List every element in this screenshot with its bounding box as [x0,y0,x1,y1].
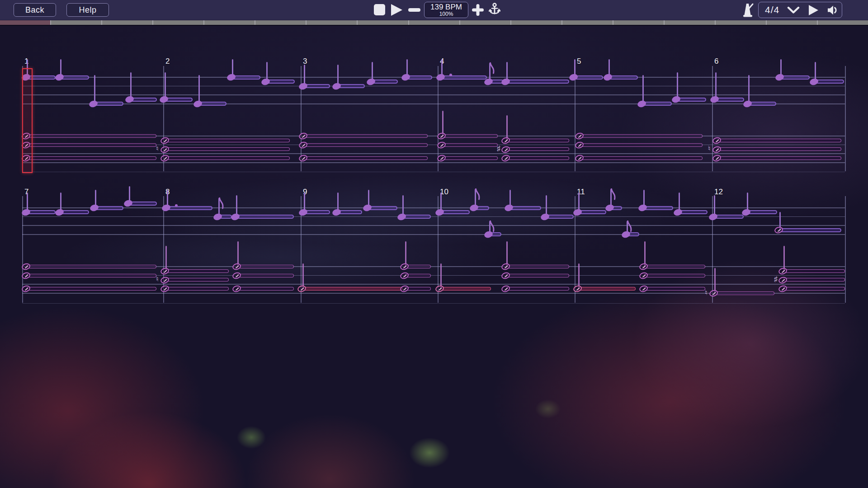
note-bar[interactable] [506,139,569,142]
note-head[interactable] [193,100,203,108]
note-bar[interactable] [440,287,491,291]
timeline-segment[interactable] [818,20,868,25]
note-head[interactable] [231,271,241,279]
note-bar[interactable] [237,287,294,291]
timeline-segment[interactable] [51,20,102,25]
note-head[interactable] [572,208,582,216]
note-bar[interactable] [644,287,705,291]
note-head[interactable] [712,136,722,145]
note-head[interactable] [572,285,582,293]
preview-play-button[interactable] [807,4,819,16]
bpm-display[interactable]: 139 BPM 100% [424,2,468,18]
note-bar[interactable] [506,265,569,268]
note-head[interactable] [500,78,510,86]
note-bar[interactable] [26,143,156,147]
timeline-segment[interactable] [358,20,409,25]
note-bar[interactable] [578,287,636,291]
note-bar[interactable] [165,156,290,160]
note-bar[interactable] [506,156,569,160]
timeline-segment[interactable] [562,20,613,25]
note-head[interactable] [621,230,631,239]
note-head[interactable] [574,132,584,140]
note-head[interactable] [366,78,376,86]
note-head[interactable] [637,204,647,212]
note-head[interactable] [778,267,788,275]
note-head[interactable] [712,154,722,162]
note-bar[interactable] [94,102,123,106]
note-head[interactable] [401,73,410,81]
timeline-segment[interactable] [153,20,204,25]
note-head[interactable] [54,208,64,216]
note-bar[interactable] [198,102,226,106]
note-head[interactable] [671,95,681,103]
note-bar[interactable] [642,102,672,106]
timeline-segment[interactable] [665,20,716,25]
note-bar[interactable] [717,156,841,160]
note-bar[interactable] [237,274,294,277]
note-head[interactable] [500,263,510,271]
note-bar[interactable] [783,287,845,291]
note-bar[interactable] [440,210,470,214]
note-head[interactable] [123,199,133,207]
note-bar[interactable] [337,84,365,88]
note-head[interactable] [708,289,718,297]
help-button[interactable]: Help [66,3,109,17]
note-head[interactable] [540,212,550,221]
note-head[interactable] [638,285,648,293]
note-bar[interactable] [60,210,89,214]
note-head[interactable] [160,136,170,145]
note-head[interactable] [500,145,510,153]
note-bar[interactable] [165,147,290,151]
note-bar[interactable] [748,102,776,106]
note-bar[interactable] [717,139,841,142]
note-bar[interactable] [442,156,498,160]
note-head[interactable] [434,285,444,293]
note-bar[interactable] [237,265,294,268]
note-bar[interactable] [783,269,845,273]
note-head[interactable] [124,95,134,103]
note-bar[interactable] [814,80,844,84]
note-bar[interactable] [717,147,841,151]
timeline-segment[interactable] [0,20,51,25]
note-bar[interactable] [302,287,403,291]
note-bar[interactable] [779,228,841,232]
note-head[interactable] [637,100,646,108]
note-head[interactable] [712,145,722,153]
note-head[interactable] [298,132,308,140]
note-bar[interactable] [506,287,569,291]
note-head[interactable] [709,95,719,103]
note-head[interactable] [638,271,648,279]
note-head[interactable] [708,212,718,221]
timeline-segment[interactable] [307,20,358,25]
score-canvas[interactable]: 123456♮♯♮789101112♮♮♯ [0,0,868,488]
note-bar[interactable] [26,156,156,160]
note-bar[interactable] [60,75,89,80]
note-head[interactable] [778,276,788,284]
note-head[interactable] [298,141,308,149]
note-bar[interactable] [578,210,606,214]
note-bar[interactable] [580,143,703,147]
note-head[interactable] [500,154,510,162]
note-head[interactable] [297,285,307,293]
note-head[interactable] [362,204,372,212]
note-bar[interactable] [165,269,229,273]
timeline-segment[interactable] [767,20,818,25]
note-head[interactable] [399,263,409,271]
note-bar[interactable] [231,75,260,80]
note-bar[interactable] [94,206,123,210]
note-bar[interactable] [713,215,744,219]
note-bar[interactable] [165,287,229,291]
note-bar[interactable] [266,80,295,84]
note-head[interactable] [231,263,241,271]
note-bar[interactable] [368,206,397,210]
note-bar[interactable] [574,75,603,80]
timeline-segment[interactable] [255,20,307,25]
note-head[interactable] [469,204,479,212]
timeline-segment[interactable] [102,20,153,25]
note-bar[interactable] [644,265,705,268]
note-head[interactable] [742,100,752,108]
note-head[interactable] [89,204,99,212]
note-bar[interactable] [506,274,569,277]
note-head[interactable] [500,285,510,293]
tempo-increase-button[interactable] [472,4,484,16]
